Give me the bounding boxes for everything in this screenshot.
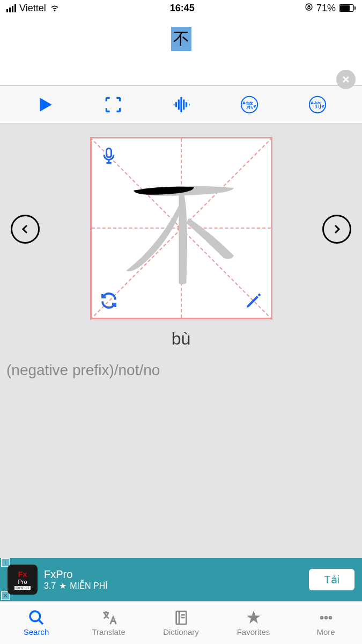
tab-label: More <box>316 627 335 636</box>
battery-percent: 71% <box>316 3 336 14</box>
close-button[interactable] <box>336 70 356 89</box>
tab-search[interactable]: Search <box>0 602 72 644</box>
simplified-toggle-button[interactable]: 简 <box>301 91 334 118</box>
ad-cta-button[interactable]: Tải <box>309 569 354 590</box>
tab-bar: Search Translate Dictionary Favorites Mo… <box>0 601 362 644</box>
svg-point-0 <box>54 10 55 11</box>
svg-point-8 <box>30 611 40 621</box>
pinyin-label: bù <box>0 329 362 349</box>
ad-banner[interactable]: i ✕ FxPro DIRECT FxPro 3.7 ★ MIỄN PHÍ Tả… <box>0 558 362 601</box>
play-button[interactable] <box>29 91 61 118</box>
ad-rating: 3.7 <box>44 581 56 591</box>
tab-more[interactable]: More <box>290 602 362 644</box>
status-bar: Viettel 16:45 71% <box>0 0 362 16</box>
traditional-toggle-button[interactable]: 繁 <box>233 91 265 118</box>
svg-rect-2 <box>308 6 310 8</box>
svg-point-11 <box>325 617 327 619</box>
tab-label: Translate <box>92 627 125 636</box>
svg-rect-7 <box>106 149 111 158</box>
wifi-icon <box>49 2 60 15</box>
svg-point-10 <box>321 617 323 619</box>
signal-icon <box>6 4 16 12</box>
svg-point-12 <box>329 617 331 619</box>
definition-text: (negative prefix)/not/no <box>0 349 362 392</box>
clock: 16:45 <box>170 3 195 14</box>
battery-icon <box>339 4 356 12</box>
ad-thumbnail: FxPro DIRECT <box>8 565 38 595</box>
header-character[interactable]: 不 <box>171 27 191 51</box>
header-area: 不 <box>0 16 362 86</box>
ad-title: FxPro <box>44 568 302 581</box>
carrier-label: Viettel <box>19 3 46 14</box>
svg-text:简: 简 <box>313 100 321 109</box>
toolbar: 繁 简 <box>0 86 362 123</box>
svg-text:繁: 繁 <box>245 100 253 109</box>
soundwave-button[interactable] <box>165 91 197 118</box>
write-button[interactable] <box>243 290 264 311</box>
next-button[interactable] <box>322 215 351 244</box>
replay-button[interactable] <box>98 290 120 311</box>
tab-favorites[interactable]: Favorites <box>217 602 290 644</box>
tab-dictionary[interactable]: Dictionary <box>145 602 217 644</box>
character-card: ✱ <box>90 137 272 319</box>
microphone-button[interactable] <box>98 145 120 166</box>
scan-button[interactable] <box>97 91 129 118</box>
ad-info: FxPro 3.7 ★ MIỄN PHÍ <box>44 568 302 591</box>
main-area: ✱ bù (negative prefix)/not <box>0 123 362 558</box>
previous-button[interactable] <box>11 215 40 244</box>
tab-label: Dictionary <box>163 627 199 636</box>
tab-label: Favorites <box>237 627 270 636</box>
ad-price: MIỄN PHÍ <box>70 581 107 591</box>
status-left: Viettel <box>6 2 60 15</box>
star-icon: ★ <box>59 581 67 591</box>
tab-label: Search <box>24 627 49 636</box>
tab-translate[interactable]: Translate <box>72 602 145 644</box>
rotation-lock-icon <box>305 3 313 14</box>
status-right: 71% <box>305 3 356 14</box>
